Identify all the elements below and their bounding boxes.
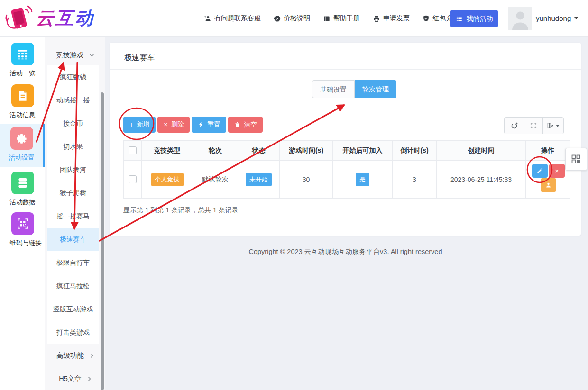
rail-label: 活动信息 bbox=[0, 111, 45, 119]
sidebar-group-advanced[interactable]: 高级功能 bbox=[45, 344, 105, 367]
columns-button[interactable] bbox=[542, 118, 563, 134]
clear-button[interactable]: 清空 bbox=[228, 117, 263, 133]
chevron-right-icon bbox=[90, 353, 94, 358]
card-view-icon bbox=[570, 154, 582, 165]
game-menu-item[interactable]: 猴子爬树 bbox=[47, 181, 99, 205]
book-icon bbox=[323, 15, 331, 22]
game-menu-item[interactable]: 极限自行车 bbox=[47, 251, 99, 274]
status-badge: 未开始 bbox=[246, 173, 272, 186]
database-icon bbox=[11, 172, 34, 194]
top-nav: 有问题联系客服 价格说明 帮助手册 申请发票 红包充值 bbox=[204, 0, 459, 37]
fullscreen-icon bbox=[530, 122, 537, 129]
chevron-right-icon bbox=[87, 376, 92, 381]
nav-contact-support[interactable]: 有问题联系客服 bbox=[204, 14, 261, 23]
game-menu-item[interactable]: 疯狂马拉松 bbox=[47, 274, 99, 298]
rail-label: 活动设置 bbox=[0, 154, 43, 162]
players-button[interactable] bbox=[541, 178, 556, 192]
game-menu-item[interactable]: 切水果 bbox=[47, 135, 99, 158]
created-time-cell: 2023-06-25 11:45:33 bbox=[437, 161, 526, 199]
column-header: 竞技类型 bbox=[142, 141, 193, 161]
nav-label: 申请发票 bbox=[383, 14, 410, 23]
fullscreen-button[interactable] bbox=[524, 118, 542, 134]
divider bbox=[110, 69, 581, 70]
clear-label: 清空 bbox=[244, 120, 257, 129]
caret-down-icon bbox=[574, 17, 578, 19]
nav-label: 价格说明 bbox=[284, 14, 310, 23]
game-submenu: 疯狂数钱 动感摇一摇 接金币 切水果 团队拔河 猴子爬树 摇一摇赛马 极速赛车 … bbox=[47, 65, 99, 344]
joinable-cell: 是 bbox=[333, 161, 393, 199]
user-menu[interactable]: yunhudong bbox=[536, 14, 578, 22]
game-menu-item[interactable]: 疯狂数钱 bbox=[47, 65, 99, 89]
game-menu-item-racing-active[interactable]: 极速赛车 bbox=[47, 228, 99, 251]
tab-basic-settings[interactable]: 基础设置 bbox=[312, 80, 355, 98]
sidebar-scrollbar[interactable] bbox=[101, 92, 104, 390]
tab-group: 基础设置 轮次管理 bbox=[312, 80, 396, 98]
card-view-button[interactable] bbox=[565, 148, 587, 171]
game-sidebar: 竞技游戏 疯狂数钱 动感摇一摇 接金币 切水果 团队拔河 猴子爬树 摇一摇赛马 … bbox=[45, 37, 105, 390]
sidebar-group-competitive-games[interactable]: 竞技游戏 bbox=[45, 44, 105, 66]
column-header: 操作 bbox=[526, 141, 570, 161]
game-time-cell: 30 bbox=[280, 161, 333, 199]
copyright-text: Copyright © 2023 云互动现场互动服务平台v3. All righ… bbox=[110, 247, 581, 256]
reset-label: 重置 bbox=[207, 120, 220, 129]
avatar[interactable] bbox=[508, 7, 532, 30]
rail-label: 活动一览 bbox=[0, 69, 45, 78]
refresh-button[interactable] bbox=[505, 118, 524, 134]
column-header: 轮次 bbox=[193, 141, 238, 161]
row-checkbox[interactable] bbox=[129, 175, 137, 183]
game-menu-item[interactable]: 团队拔河 bbox=[47, 158, 99, 181]
rail-item-qrcode-links[interactable]: 二维码与链接 bbox=[0, 212, 45, 247]
badge-icon bbox=[274, 15, 281, 22]
rail-item-activity-overview[interactable]: 活动一览 bbox=[0, 43, 45, 78]
game-menu-item[interactable]: 竖版互动游戏 bbox=[47, 298, 99, 321]
column-header: 开始后可加入 bbox=[333, 141, 393, 161]
edit-button[interactable] bbox=[532, 164, 548, 178]
delete-button[interactable]: × 删除 bbox=[157, 117, 190, 133]
my-activities-label: 我的活动 bbox=[467, 15, 493, 23]
main-card: 极速赛车 基础设置 轮次管理 + 新增 × 删除 重置 清空 bbox=[110, 43, 581, 236]
column-header: 创建时间 bbox=[437, 141, 526, 161]
nav-pricing[interactable]: 价格说明 bbox=[274, 14, 310, 23]
status-cell: 未开始 bbox=[238, 161, 280, 199]
shield-check-icon bbox=[423, 15, 430, 22]
nav-request-invoice[interactable]: 申请发票 bbox=[373, 14, 410, 23]
game-menu-item[interactable]: 摇一摇赛马 bbox=[47, 205, 99, 228]
printer-icon bbox=[373, 15, 380, 22]
logo-text: 云互动 bbox=[36, 6, 94, 30]
qrcode-icon bbox=[11, 212, 34, 235]
select-all-cell bbox=[124, 141, 142, 161]
sidebar-group-h5-article[interactable]: H5文章 bbox=[45, 367, 105, 390]
game-menu-item[interactable]: 打击类游戏 bbox=[47, 321, 99, 344]
caret-down-icon bbox=[556, 125, 560, 127]
row-delete-button[interactable]: × bbox=[549, 164, 565, 178]
add-label: 新增 bbox=[137, 120, 149, 129]
type-badge: 个人竞技 bbox=[151, 173, 184, 186]
rail-item-activity-info[interactable]: 活动信息 bbox=[0, 84, 45, 119]
my-activities-button[interactable]: 我的活动 bbox=[450, 10, 498, 27]
icon-rail: 活动一览 活动信息 活动设置 活动数据 二维码与链接 bbox=[0, 37, 45, 390]
rail-label: 二维码与链接 bbox=[0, 239, 45, 247]
game-menu-item[interactable]: 动感摇一摇 bbox=[47, 89, 99, 112]
reset-button[interactable]: 重置 bbox=[192, 117, 226, 133]
round-cell: 默认轮次 bbox=[193, 161, 238, 199]
rail-item-activity-data[interactable]: 活动数据 bbox=[0, 172, 45, 207]
record-summary: 显示第 1 到第 1 条记录，总共 1 条记录 bbox=[123, 206, 239, 215]
nav-help-manual[interactable]: 帮助手册 bbox=[323, 14, 360, 23]
tab-round-management[interactable]: 轮次管理 bbox=[355, 80, 396, 98]
hand-phone-logo-icon bbox=[4, 4, 34, 32]
table-header-row: 竞技类型 轮次 状态 游戏时间(s) 开始后可加入 倒计时(s) 创建时间 操作 bbox=[124, 141, 570, 161]
plus-icon: + bbox=[129, 121, 133, 128]
x-icon: × bbox=[164, 121, 167, 128]
rail-item-activity-settings[interactable]: 活动设置 bbox=[0, 124, 45, 167]
column-header: 游戏时间(s) bbox=[280, 141, 333, 161]
table-controls bbox=[504, 117, 564, 134]
nav-label: 帮助手册 bbox=[333, 14, 360, 23]
joinable-badge: 是 bbox=[356, 173, 369, 186]
add-button[interactable]: + 新增 bbox=[123, 117, 156, 133]
rail-label: 活动数据 bbox=[0, 198, 45, 207]
game-menu-item[interactable]: 接金币 bbox=[47, 112, 99, 135]
document-icon bbox=[11, 84, 34, 107]
select-all-checkbox[interactable] bbox=[129, 146, 137, 154]
list-icon bbox=[456, 15, 463, 22]
columns-hide-icon bbox=[547, 122, 554, 129]
